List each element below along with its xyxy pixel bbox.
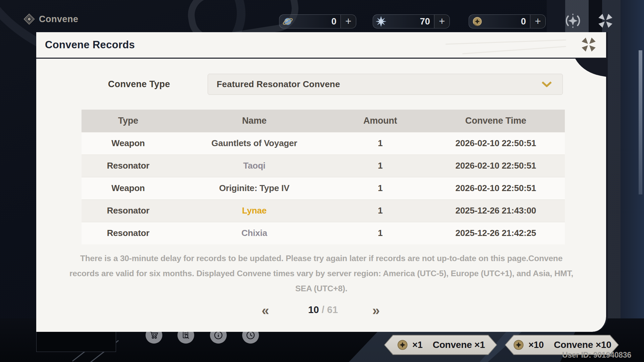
convene-type-dropdown[interactable]: Featured Resonator Convene xyxy=(208,74,563,95)
page-indicator: 10 / 61 xyxy=(291,304,355,315)
next-page-icon[interactable]: » xyxy=(372,302,379,318)
table-row: Resonator Taoqi 1 2026-02-10 22:50:51 xyxy=(82,155,565,177)
page-title-label: Convene xyxy=(39,14,78,24)
currency-tide: 0 + xyxy=(469,14,546,28)
modal-header: Convene Records xyxy=(36,32,606,58)
cell-time: 2026-02-10 22:50:51 xyxy=(427,132,565,155)
tide-coin-icon xyxy=(512,339,525,351)
cell-type: Resonator xyxy=(82,199,175,222)
background-art-strip xyxy=(639,50,642,194)
table-row: Weapon Originite: Type IV 1 2026-02-10 2… xyxy=(82,177,565,199)
col-time: Convene Time xyxy=(427,110,565,132)
col-type: Type xyxy=(82,110,175,132)
cell-amount: 1 xyxy=(334,199,427,222)
convene-button-label: Convene ×10 xyxy=(554,340,611,350)
cell-amount: 1 xyxy=(334,177,427,199)
cell-type: Weapon xyxy=(82,132,175,155)
col-amount: Amount xyxy=(334,110,427,132)
convene-ornament-icon xyxy=(23,13,35,25)
screen: Convene 0 + 70 + xyxy=(0,0,644,362)
table-row: Resonator Chixia 1 2025-12-26 21:42:25 xyxy=(82,222,565,244)
close-modal-icon[interactable] xyxy=(581,37,597,53)
astrite-star-icon xyxy=(376,16,386,27)
current-page: 10 xyxy=(308,304,319,315)
currency-value: 0 xyxy=(483,16,530,27)
cell-type: Resonator xyxy=(82,222,175,244)
cell-time: 2025-12-26 21:42:25 xyxy=(427,222,565,244)
cell-name: Originite: Type IV xyxy=(175,177,334,199)
cell-type: Weapon xyxy=(82,177,175,199)
close-screen-icon[interactable] xyxy=(597,13,613,29)
dropdown-selected-value: Featured Resonator Convene xyxy=(217,79,541,89)
cell-name: Lynae xyxy=(175,199,334,222)
total-pages: 61 xyxy=(327,304,338,315)
cell-type: Resonator xyxy=(82,155,175,177)
banner-thumbnail-stub xyxy=(36,331,116,352)
add-currency-button[interactable]: + xyxy=(530,15,545,28)
add-currency-button[interactable]: + xyxy=(340,15,356,28)
cell-time: 2026-02-10 22:50:51 xyxy=(427,155,565,177)
header-divider xyxy=(36,58,608,59)
convene-button-label: Convene ×1 xyxy=(433,340,485,350)
header-decor-arc xyxy=(462,46,566,54)
top-bar: Convene 0 + 70 + xyxy=(0,0,644,32)
terminal-emblem-icon[interactable] xyxy=(565,13,581,29)
page-separator: / xyxy=(322,304,327,315)
convene-type-label: Convene Type xyxy=(108,79,170,89)
cell-amount: 1 xyxy=(334,222,427,244)
table-header-row: Type Name Amount Convene Time xyxy=(82,110,565,132)
corner-notch-decor xyxy=(575,59,606,77)
chevron-down-icon xyxy=(541,81,552,88)
currency-astrite: 70 + xyxy=(373,14,450,28)
previous-page-icon[interactable]: « xyxy=(262,302,268,318)
cell-time: 2026-02-10 22:50:51 xyxy=(427,177,565,199)
convene-records-modal: Convene Records Convene Type Featured Re… xyxy=(36,32,608,332)
cell-name: Gauntlets of Voyager xyxy=(175,132,334,155)
currency-lunite: 0 + xyxy=(279,14,356,28)
table-row: Resonator Lynae 1 2025-12-26 21:43:00 xyxy=(82,199,565,222)
add-currency-button[interactable]: + xyxy=(434,15,449,28)
header-decor-arc xyxy=(445,40,566,45)
records-disclaimer: There is a 30-minute delay for records t… xyxy=(66,251,576,296)
user-id: User ID: 901940836 xyxy=(562,351,631,360)
modal-title: Convene Records xyxy=(45,39,135,51)
tide-coin-icon xyxy=(396,339,409,351)
convene-cost: ×10 xyxy=(528,340,544,350)
cell-name: Chixia xyxy=(175,222,334,244)
cell-name: Taoqi xyxy=(175,155,334,177)
convene-x1-button[interactable]: ×1 Convene ×1 xyxy=(384,335,497,355)
currency-value: 0 xyxy=(293,16,340,27)
lunite-planet-icon xyxy=(282,16,293,27)
convene-cost: ×1 xyxy=(412,340,423,350)
tide-coin-icon xyxy=(472,16,483,27)
table-row: Weapon Gauntlets of Voyager 1 2026-02-10… xyxy=(82,132,565,155)
pagination: « 10 / 61 » xyxy=(36,302,608,320)
cell-amount: 1 xyxy=(334,155,427,177)
page-title: Convene xyxy=(23,13,78,25)
records-table: Type Name Amount Convene Time Weapon Gau… xyxy=(82,110,565,244)
cell-time: 2025-12-26 21:43:00 xyxy=(427,199,565,222)
col-name: Name xyxy=(175,110,334,132)
cell-amount: 1 xyxy=(334,132,427,155)
currency-value: 70 xyxy=(386,16,434,27)
convene-x1-button-face: ×1 Convene ×1 xyxy=(385,336,496,354)
